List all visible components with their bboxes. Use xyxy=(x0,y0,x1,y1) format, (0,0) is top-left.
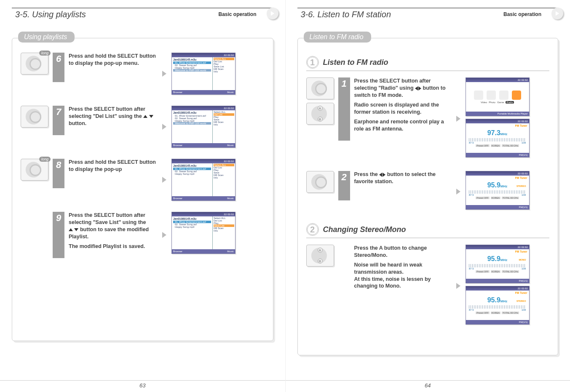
right-page-number: 64 xyxy=(286,380,570,389)
device-thumb xyxy=(306,77,334,99)
fm-step-2: 2 Press the button to select the favorit… xyxy=(306,171,550,212)
step-number: 7 xyxy=(53,106,64,135)
step-8: long 8 Press and hold the SELECT button … xyxy=(21,159,265,201)
step-number: 6 xyxy=(53,53,64,82)
right-page: 3-6. Listen to FM station Basic operatio… xyxy=(285,0,570,392)
left-panel: Using playlists long 6 Press and hold th… xyxy=(12,38,273,341)
device-thumb-ab: A B xyxy=(306,245,334,267)
long-badge: long xyxy=(39,157,51,162)
fm-screenshot-stereo: 2202:02 FM Tuner STEREO 95.9MHz 87.5108 … xyxy=(466,286,530,325)
popup-menu: Select ALL Del List Play Save DB Scan In… xyxy=(212,110,235,143)
right-op: Basic operation xyxy=(503,11,541,17)
home-screenshot: 2202:02 Video Photo Game Radio Portable … xyxy=(466,77,530,116)
right-panel-tab: Listen to FM radio xyxy=(304,32,371,43)
right-header: 3-6. Listen to FM station Basic operatio… xyxy=(297,8,559,20)
left-right-icon xyxy=(379,171,385,178)
section-circle-icon: 2 xyxy=(306,223,319,236)
device-thumb xyxy=(306,171,334,193)
step-number: 9 xyxy=(53,212,64,258)
leads-to-icon xyxy=(161,159,167,201)
fm-screenshot-mono: 2202:02 FM Tuner MONO 95.9MHz 87.5108 Pr… xyxy=(466,245,530,283)
fm-frequency: 95.9MHz xyxy=(487,255,508,263)
fm-screenshot: 2202:02 FM Tuner STEREO 95.9MHz 87.5108 … xyxy=(466,171,530,210)
step-6: long 6 Press and hold the SELECT button … xyxy=(21,53,265,95)
next-arrow-icon xyxy=(267,8,278,19)
step-text: Press the SELECT button after selecting … xyxy=(69,212,157,250)
step-text: Press and hold the SELECT button to disp… xyxy=(69,159,157,173)
left-panel-tab: Using playlists xyxy=(18,32,75,43)
step-9: 9 Press the SELECT button after selectin… xyxy=(21,212,265,258)
step-text: Press the SELECT button after selecting … xyxy=(69,106,157,127)
step-text: Press the A button to change Stereo/Mono… xyxy=(354,245,451,290)
leads-to-icon xyxy=(161,212,167,258)
left-header: 3-5. Using playlists Basic operation xyxy=(12,8,273,20)
device-thumb xyxy=(21,106,48,128)
device-thumb-ab: A B xyxy=(306,103,334,125)
device-thumb: long xyxy=(21,159,48,181)
leads-to-icon xyxy=(455,77,461,160)
step-text: Press the button to select the favorite … xyxy=(354,171,451,185)
popup-menu: Select ALL Del List Play Save List DB Sc… xyxy=(212,57,235,90)
left-right-icon xyxy=(415,85,421,92)
leads-to-icon xyxy=(455,171,461,212)
long-badge: long xyxy=(39,51,51,56)
step-7: 7 Press the SELECT button after selectin… xyxy=(21,106,265,148)
device-screenshot: 2202:02 Jan01080145.m3u 01. iRiver Enter… xyxy=(171,159,235,201)
popup-menu: Select ALL Del List Play Save DB Scan In… xyxy=(212,163,235,196)
step-number: 8 xyxy=(53,159,64,188)
device-screenshot: 2202:02 Jan01080145.m3u 01. iRiver Enter… xyxy=(171,53,235,95)
leads-to-icon xyxy=(161,53,167,95)
stereo-step: A B Press the A button to change Stereo/… xyxy=(306,245,550,327)
section-circle-icon: 1 xyxy=(306,56,319,69)
section-2-title: Changing Stereo/Mono xyxy=(323,225,406,234)
left-title: 3-5. Using playlists xyxy=(12,10,86,19)
left-page: 3-5. Using playlists Basic operation Usi… xyxy=(0,0,285,392)
section-2-head: 2 Changing Stereo/Mono xyxy=(306,223,550,238)
section-1-title: Listen to FM radio xyxy=(323,58,388,67)
left-page-number: 63 xyxy=(0,380,285,389)
fm-step-1: A B 1 Press the SELECT button after sele… xyxy=(306,77,550,160)
up-down-icon xyxy=(143,113,153,120)
fm-frequency: 95.9MHz xyxy=(487,296,508,304)
step-number: 2 xyxy=(338,171,350,200)
left-op: Basic operation xyxy=(218,11,256,17)
right-panel: Listen to FM radio 1 Listen to FM radio … xyxy=(297,38,559,355)
device-screenshot: 2202:02 Jan01080145.m3u 01. iRiver Enter… xyxy=(171,106,235,148)
device-thumb: long xyxy=(21,53,48,75)
right-title: 3-6. Listen to FM station xyxy=(297,10,391,19)
up-down-icon xyxy=(69,226,78,233)
fm-screenshot: 2202:02 FM Tuner 97.3MHz 87.5108 Preset … xyxy=(466,119,530,157)
leads-to-icon xyxy=(161,106,167,148)
device-screenshot: 2202:02 Jan01080145.m3u 01. iRiver Enter… xyxy=(171,212,235,254)
step-text: Press the SELECT button after selecting … xyxy=(354,77,451,132)
section-1-head: 1 Listen to FM radio xyxy=(306,56,550,71)
fm-frequency: 95.9MHz xyxy=(487,181,508,189)
step-number: 1 xyxy=(338,77,350,141)
step-text: Press and hold the SELECT button to disp… xyxy=(69,53,157,67)
leads-to-icon xyxy=(455,245,461,327)
fm-frequency: 97.3MHz xyxy=(487,129,508,137)
popup-menu: Select ALL Del List Play Save List DB Sc… xyxy=(212,216,235,249)
next-arrow-icon xyxy=(551,8,563,19)
